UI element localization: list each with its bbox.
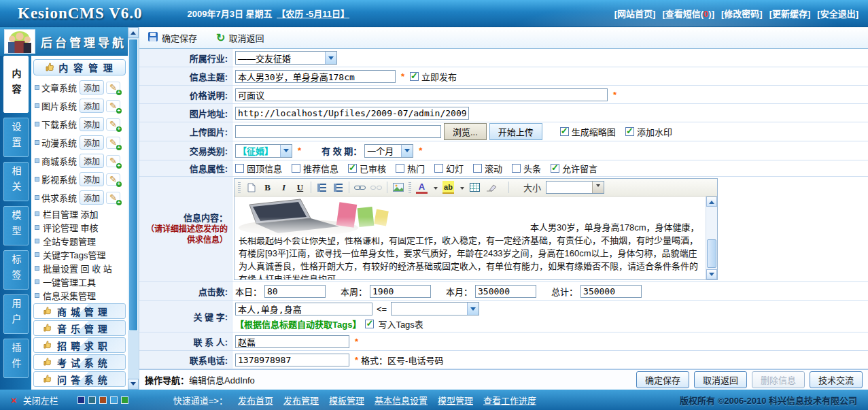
add-button[interactable]: 添加 (80, 172, 104, 186)
keywords-input[interactable] (235, 303, 372, 315)
edit-add-icon[interactable]: ✎+ (106, 192, 120, 204)
sidebar-tab-tags[interactable]: 标签 (3, 250, 29, 290)
scroll-down-arrow-icon[interactable] (706, 269, 717, 279)
link-refresh-cache[interactable]: [更新缓存] (769, 7, 811, 20)
highlight-icon[interactable]: ab (442, 181, 454, 194)
image-system-link[interactable]: 图片系统 (41, 99, 77, 112)
font-color-icon[interactable]: A (416, 181, 428, 194)
link-logout[interactable]: [安全退出] (817, 7, 858, 20)
chevron-down-icon[interactable] (460, 187, 464, 192)
close-icon[interactable]: × (11, 394, 17, 406)
clicks-week-input[interactable] (370, 285, 431, 298)
quick-link-model-mgmt[interactable]: 模型管理 (438, 394, 473, 407)
editor-canvas[interactable]: 本人男30岁，单身身高178cm，身体健康，长相最起码不会让你失望，性格谦和，有… (235, 197, 717, 279)
article-system-link[interactable]: 文章系统 (41, 81, 77, 94)
checkbox-audited[interactable] (348, 164, 357, 173)
scroll-down-arrow-icon[interactable] (128, 379, 139, 390)
image-url-input[interactable] (235, 107, 469, 120)
auto-tags-hint[interactable]: 【根据信息标题自动获取Tags】 (235, 318, 361, 330)
toolbar-grip-icon[interactable] (409, 182, 411, 193)
add-button[interactable]: 添加 (80, 190, 104, 205)
link-icon[interactable] (354, 181, 366, 194)
new-doc-icon[interactable] (245, 181, 257, 194)
scrollbar-thumb[interactable] (128, 39, 138, 331)
editor-scrollbar[interactable] (706, 197, 717, 279)
thumbnail-checkbox[interactable] (560, 127, 569, 136)
add-button[interactable]: 添加 (80, 135, 104, 150)
sidebar-item-tags-mgmt[interactable]: 关键字Tags管理 (33, 247, 126, 261)
quick-link-publish-home[interactable]: 发布首页 (238, 394, 273, 407)
link-view-sms[interactable]: [查看短信(0)] (662, 7, 714, 20)
sidebar-tab-model[interactable]: 模型 (3, 206, 29, 245)
checkbox-hot[interactable] (396, 164, 404, 173)
unlink-icon[interactable] (370, 181, 382, 194)
lunar-date[interactable]: 【农历 -5月11日】 (277, 9, 349, 19)
add-button[interactable]: 添加 (80, 80, 104, 95)
toolbar-grip-icon[interactable] (238, 182, 241, 193)
sidebar-group-music-mgmt[interactable]: 音 乐 管 理 (33, 320, 126, 336)
keywords-compare-select[interactable] (391, 302, 479, 315)
add-button[interactable]: 添加 (80, 154, 104, 168)
sidebar-tab-plugins[interactable]: 插件 (3, 339, 29, 378)
sidebar-item-batch-settings[interactable]: 批量设置 回 收 站 (33, 261, 126, 275)
checkbox-recommended[interactable] (292, 164, 300, 173)
tech-support-button[interactable]: 技术交流 (810, 371, 863, 388)
bold-icon[interactable]: B (262, 181, 273, 194)
checkbox-scroll[interactable] (473, 164, 482, 173)
quick-link-publish-mgmt[interactable]: 发布管理 (283, 394, 319, 407)
edit-add-icon[interactable]: ✎+ (106, 100, 120, 112)
sidebar-item-site-topic-mgmt[interactable]: 全站专题管理 (33, 234, 126, 247)
checkbox-headline[interactable] (512, 164, 521, 173)
mall-system-link[interactable]: 商城系统 (41, 154, 77, 167)
font-size-select[interactable] (546, 181, 604, 194)
delete-info-button[interactable]: 删除信息 (752, 371, 805, 388)
clicks-month-input[interactable] (475, 285, 536, 298)
checkbox-pinned[interactable] (235, 164, 244, 173)
sidebar-group-qa-system[interactable]: 问 答 系 统 (33, 371, 126, 387)
edit-add-icon[interactable]: ✎+ (106, 137, 120, 149)
start-upload-button[interactable]: 开始上传 (489, 123, 542, 140)
close-left-panel[interactable]: 关闭左栏 (23, 394, 58, 407)
phone-input[interactable] (235, 354, 349, 366)
checkbox-allow-comments[interactable] (551, 164, 559, 173)
supply-demand-system-link[interactable]: 供求系统 (41, 191, 77, 204)
sidebar-item-category-mgmt[interactable]: 栏目管理 添加 (33, 207, 126, 220)
video-system-link[interactable]: 影视系统 (41, 173, 77, 186)
cancel-button[interactable]: ↻ 取消返回 (216, 31, 264, 44)
sidebar-tab-related[interactable]: 相关 (3, 162, 29, 201)
sidebar-tab-content[interactable]: 内容 (3, 56, 29, 113)
chevron-down-icon[interactable] (592, 182, 604, 193)
sidebar-group-job-mgmt[interactable]: 招 聘 求 职 (33, 337, 126, 353)
scrollbar-thumb[interactable] (707, 239, 716, 268)
theme-swatch-teal[interactable] (88, 396, 96, 404)
edit-add-icon[interactable]: ✎+ (106, 155, 120, 167)
quick-link-work-progress[interactable]: 查看工作进度 (483, 394, 536, 407)
cancel-return-button[interactable]: 取消返回 (694, 371, 747, 388)
chevron-down-icon[interactable] (401, 145, 413, 157)
scroll-up-arrow-icon[interactable] (706, 197, 717, 207)
chevron-down-icon[interactable] (434, 187, 438, 192)
save-button[interactable]: 确定保存 (147, 31, 197, 44)
quick-link-basic-info-settings[interactable]: 基本信息设置 (375, 394, 428, 407)
download-system-link[interactable]: 下载系统 (41, 118, 77, 131)
add-button[interactable]: 添加 (80, 117, 104, 131)
sidebar-scrollbar[interactable] (128, 27, 139, 390)
quick-link-template-mgmt[interactable]: 模板管理 (329, 394, 364, 407)
upload-file-input[interactable] (235, 125, 441, 138)
browse-button[interactable]: 浏览... (444, 123, 487, 140)
sidebar-item-comment-mgmt[interactable]: 评论管理 审核 (33, 220, 126, 234)
chevron-down-icon[interactable] (280, 145, 292, 157)
edit-add-icon[interactable]: ✎+ (106, 173, 120, 186)
checkbox-slide[interactable] (434, 164, 443, 173)
contact-input[interactable] (235, 335, 349, 348)
price-input[interactable] (235, 88, 608, 101)
underline-icon[interactable]: U (294, 181, 306, 194)
add-button[interactable]: 添加 (80, 99, 104, 113)
link-change-password[interactable]: [修改密码] (721, 7, 763, 20)
italic-icon[interactable]: I (278, 181, 290, 194)
chevron-down-icon[interactable] (325, 52, 336, 64)
sidebar-item-onekey-tools[interactable]: 一键管理工具 (33, 275, 126, 288)
chevron-down-icon[interactable] (467, 303, 479, 315)
link-site-home[interactable]: [网站首页] (614, 7, 656, 20)
clicks-total-input[interactable] (580, 285, 642, 298)
